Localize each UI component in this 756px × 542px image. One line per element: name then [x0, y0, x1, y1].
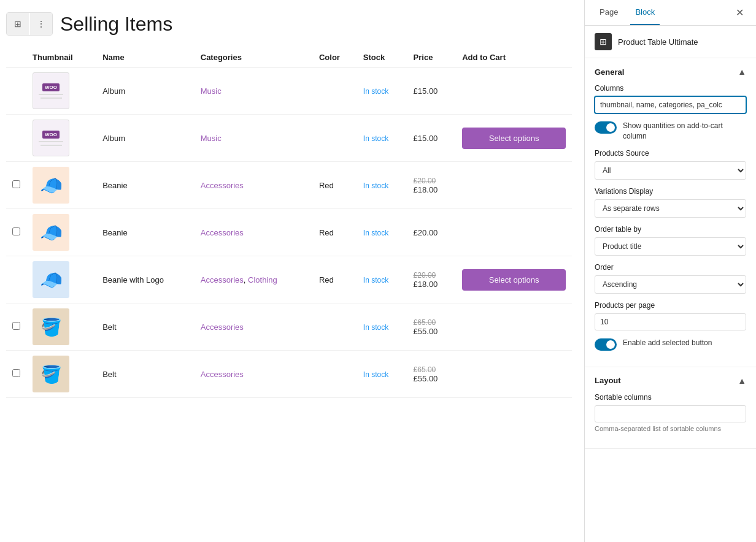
- products-source-select[interactable]: All Category Tag Custom: [595, 161, 746, 180]
- order-by-select[interactable]: Product title Date Price Popularity: [595, 237, 746, 256]
- columns-input[interactable]: [595, 96, 746, 113]
- row-checkbox-cell: [6, 351, 26, 398]
- variations-display-select[interactable]: As separate rows As dropdown Hidden: [595, 199, 746, 218]
- layout-collapse-button[interactable]: ▲: [738, 376, 746, 386]
- row-checkbox[interactable]: [12, 180, 20, 188]
- row-add-to-cart-cell: [456, 209, 572, 256]
- plugin-icon: ⊞: [595, 33, 612, 50]
- grid-view-button[interactable]: ⊞: [7, 13, 29, 35]
- sidebar-tabs: Page Block ✕: [585, 0, 756, 26]
- variations-display-label: Variations Display: [595, 187, 746, 196]
- row-stock-cell: In stock: [357, 67, 407, 115]
- col-thumbnail: Thumbnail: [26, 48, 96, 67]
- general-collapse-button[interactable]: ▲: [738, 67, 746, 77]
- row-checkbox[interactable]: [12, 369, 20, 377]
- page-header: ⊞ ⋮ Selling Items: [6, 12, 572, 36]
- sale-price: £18.00: [414, 280, 438, 289]
- table-row: WOO AlbumMusicIn stock£15.00Select optio…: [6, 115, 572, 162]
- row-thumbnail-cell: 🧢: [26, 162, 96, 209]
- close-button[interactable]: ✕: [733, 4, 746, 21]
- order-select[interactable]: Ascending Descending: [595, 275, 746, 294]
- row-checkbox-cell: [6, 162, 26, 209]
- show-quantities-toggle[interactable]: [595, 121, 617, 134]
- layout-title: Layout: [595, 376, 621, 385]
- row-thumbnail-cell: 🪣: [26, 351, 96, 398]
- show-quantities-label: Show quantities on add-to-cart column: [623, 121, 746, 142]
- row-checkbox[interactable]: [12, 227, 20, 235]
- tab-page[interactable]: Page: [595, 0, 623, 25]
- stock-status: In stock: [363, 370, 388, 379]
- regular-price: £15.00: [414, 86, 438, 96]
- tab-block[interactable]: Block: [630, 0, 660, 25]
- category-link[interactable]: Accessories: [201, 181, 244, 190]
- row-color-cell: Red: [313, 162, 357, 209]
- row-stock-cell: In stock: [357, 115, 407, 162]
- category-link[interactable]: Clothing: [248, 275, 277, 284]
- category-link[interactable]: Music: [201, 134, 222, 143]
- row-price-cell: £65.00£55.00: [407, 351, 457, 398]
- order-field: Order Ascending Descending: [595, 263, 746, 294]
- row-checkbox[interactable]: [12, 322, 20, 330]
- row-checkbox-cell: [6, 209, 26, 256]
- row-categories-cell: Music: [195, 67, 313, 115]
- row-categories-cell: Accessories, Clothing: [195, 256, 313, 303]
- table-row: 🪣BeltAccessoriesIn stock£65.00£55.00: [6, 351, 572, 398]
- row-stock-cell: In stock: [357, 303, 407, 351]
- per-page-input[interactable]: [595, 313, 746, 330]
- regular-price: £20.00: [414, 228, 438, 237]
- order-by-label: Order table by: [595, 225, 746, 234]
- row-thumbnail-cell: 🪣: [26, 303, 96, 351]
- col-name: Name: [96, 48, 195, 67]
- category-link[interactable]: Accessories: [201, 323, 244, 332]
- original-price: £65.00: [414, 365, 450, 374]
- category-link[interactable]: Music: [201, 86, 222, 96]
- regular-price: £15.00: [414, 134, 438, 143]
- row-color-cell: [313, 351, 357, 398]
- general-section: General ▲ Columns Show quantities on add…: [585, 58, 756, 367]
- row-price-cell: £15.00: [407, 67, 457, 115]
- category-link[interactable]: Accessories: [201, 228, 244, 237]
- plugin-name: Product Table Ultimate: [618, 37, 698, 47]
- more-icon: ⋮: [37, 19, 45, 29]
- row-stock-cell: In stock: [357, 256, 407, 303]
- sortable-columns-input[interactable]: [595, 405, 746, 422]
- enable-add-selected-toggle[interactable]: [595, 338, 617, 351]
- layout-section: Layout ▲ Sortable columns Comma-separate…: [585, 367, 756, 449]
- per-page-field: Products per page: [595, 301, 746, 330]
- category-link[interactable]: Accessories: [201, 275, 244, 284]
- general-title: General: [595, 67, 624, 77]
- original-price: £20.00: [414, 177, 450, 185]
- products-source-field: Products Source All Category Tag Custom: [595, 149, 746, 180]
- sale-price: £55.00: [414, 374, 438, 383]
- row-name-cell: Beanie: [96, 209, 195, 256]
- row-color-cell: [313, 115, 357, 162]
- row-color-cell: [313, 303, 357, 351]
- columns-label: Columns: [595, 84, 746, 93]
- row-checkbox-cell: [6, 256, 26, 303]
- category-link[interactable]: Accessories: [201, 370, 244, 379]
- row-name-cell: Album: [96, 115, 195, 162]
- select-options-button[interactable]: Select options: [462, 269, 566, 291]
- row-name-cell: Belt: [96, 303, 195, 351]
- stock-status: In stock: [363, 276, 388, 284]
- select-options-button[interactable]: Select options: [462, 128, 566, 149]
- row-checkbox-cell: [6, 67, 26, 115]
- table-row: 🧢Beanie with LogoAccessories, ClothingRe…: [6, 256, 572, 303]
- sortable-columns-label: Sortable columns: [595, 393, 746, 402]
- row-add-to-cart-cell: [456, 351, 572, 398]
- col-categories: Categories: [195, 48, 313, 67]
- row-color-cell: [313, 67, 357, 115]
- stock-status: In stock: [363, 181, 388, 190]
- general-section-header: General ▲: [595, 67, 746, 77]
- row-add-to-cart-cell: Select options: [456, 256, 572, 303]
- original-price: £20.00: [414, 271, 450, 280]
- row-color-cell: Red: [313, 256, 357, 303]
- stock-status: In stock: [363, 87, 388, 96]
- select-all-col: [6, 48, 26, 67]
- table-row: 🧢BeanieAccessoriesRedIn stock£20.00: [6, 209, 572, 256]
- row-name-cell: Beanie with Logo: [96, 256, 195, 303]
- more-options-button[interactable]: ⋮: [30, 13, 52, 35]
- table-header-row: Thumbnail Name Categories Color Stock Pr…: [6, 48, 572, 67]
- sortable-help-text: Comma-separated list of sortable columns: [595, 425, 746, 432]
- plugin-header: ⊞ Product Table Ultimate: [585, 26, 756, 58]
